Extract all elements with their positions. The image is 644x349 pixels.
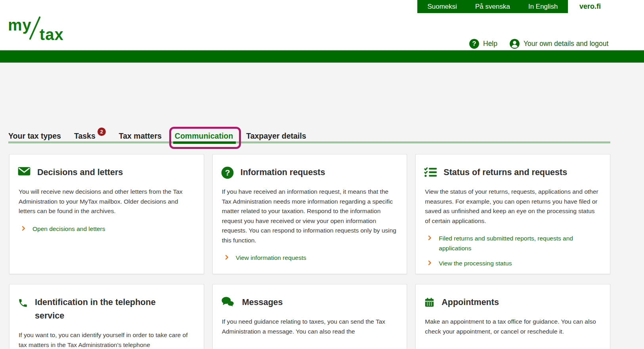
card-header: ? Information requests	[221, 166, 397, 179]
chat-bubbles-icon	[221, 296, 235, 308]
card-header: Messages	[221, 296, 397, 309]
card-title: Information requests	[241, 166, 325, 179]
mytax-logo[interactable]: my tax	[8, 17, 64, 42]
language-link-pa-svenska[interactable]: På svenska	[475, 3, 510, 11]
logo-text-tax: tax	[40, 27, 64, 42]
svg-text:?: ?	[472, 40, 476, 47]
card-title: Status of returns and requests	[443, 166, 567, 179]
card-identification-in-the-telephone-service: Identification in the telephone service …	[9, 284, 204, 349]
card-body-text: If you want to, you can identify yoursel…	[18, 330, 194, 349]
link-open-decisions-and-letters[interactable]: Open decisions and letters	[18, 224, 194, 234]
account-logout-label: Your own details and logout	[524, 40, 608, 48]
card-title: Appointments	[441, 296, 499, 309]
card-decisions-and-letters: Decisions and letters You will receive n…	[9, 154, 204, 274]
card-title: Decisions and letters	[37, 166, 123, 179]
card-title: Identification in the telephone service	[35, 296, 174, 322]
tab-label: Tasks	[74, 131, 96, 141]
card-header: Decisions and letters	[18, 166, 194, 179]
tasks-count-badge: 2	[97, 128, 106, 136]
card-links: Open decisions and letters	[18, 224, 194, 234]
help-label: Help	[483, 40, 497, 48]
tab-label: Taxpayer details	[246, 131, 306, 141]
card-title: Messages	[242, 296, 283, 309]
tab-your-tax-types[interactable]: Your tax types	[8, 131, 61, 141]
chevron-right-icon	[427, 235, 433, 241]
language-link-in-english[interactable]: In English	[528, 3, 558, 11]
help-circle-icon: ?	[469, 38, 480, 49]
link-view-information-requests[interactable]: View information requests	[221, 253, 397, 263]
tab-tasks[interactable]: Tasks 2	[74, 131, 106, 141]
phone-icon	[18, 298, 28, 308]
link-label: Filed returns and submitted reports, req…	[439, 234, 591, 253]
card-information-requests: ? Information requests If you have recei…	[212, 154, 407, 274]
tab-label: Communication	[175, 131, 233, 141]
person-circle-icon	[509, 38, 520, 49]
header: my tax ? Help Your own details and logou…	[0, 13, 644, 50]
tab-taxpayer-details[interactable]: Taxpayer details	[246, 131, 306, 141]
utility-bar: Suomeksi På svenska In English vero.fi	[0, 0, 644, 13]
tab-communication[interactable]: Communication	[175, 131, 233, 141]
card-body-text: Make an appointment to a tax office for …	[424, 317, 600, 336]
card-body-text: If you have received an information requ…	[221, 187, 397, 245]
chevron-right-icon	[224, 254, 230, 260]
link-label: View information requests	[236, 253, 306, 263]
card-appointments: Appointments Make an appointment to a ta…	[415, 284, 610, 349]
card-header: Appointments	[424, 296, 600, 309]
account-logout-button[interactable]: Your own details and logout	[509, 38, 608, 49]
calendar-icon	[424, 297, 435, 308]
language-link-suomeksi[interactable]: Suomeksi	[427, 3, 457, 11]
card-header: Status of returns and requests	[424, 166, 600, 179]
card-links: Filed returns and submitted reports, req…	[424, 234, 600, 269]
card-body-text: If you need guidance relating to taxes, …	[221, 317, 397, 336]
question-circle-icon: ?	[221, 166, 234, 179]
checklist-icon	[424, 166, 437, 178]
card-body-text: You will receive new decisions and other…	[18, 187, 194, 216]
logo-text-my: my	[8, 17, 32, 33]
svg-text:?: ?	[225, 168, 230, 177]
envelope-icon	[18, 166, 31, 176]
card-messages: Messages If you need guidance relating t…	[212, 284, 407, 349]
language-bar: Suomeksi På svenska In English	[417, 0, 568, 13]
tabs-underline	[8, 141, 610, 143]
link-label: View the processing status	[439, 259, 512, 269]
mytax-page: Suomeksi På svenska In English vero.fi m…	[0, 0, 644, 349]
link-view-the-processing-status[interactable]: View the processing status	[424, 259, 600, 269]
card-header: Identification in the telephone service	[18, 296, 194, 322]
tab-bar: Your tax types Tasks 2 Tax matters Commu…	[8, 131, 306, 141]
card-body-text: View the status of your returns, request…	[424, 187, 600, 226]
tab-label: Your tax types	[8, 131, 61, 141]
tab-label: Tax matters	[119, 131, 162, 141]
card-links: View information requests	[221, 253, 397, 263]
active-tab-underline	[173, 141, 236, 144]
green-nav-bar	[0, 50, 644, 63]
tab-tax-matters[interactable]: Tax matters	[119, 131, 162, 141]
vero-fi-link[interactable]: vero.fi	[579, 2, 601, 11]
help-button[interactable]: ? Help	[469, 38, 497, 49]
card-status-of-returns-and-requests: Status of returns and requests View the …	[415, 154, 610, 274]
link-filed-returns-and-submitted-reports[interactable]: Filed returns and submitted reports, req…	[424, 234, 600, 253]
cards-grid: Decisions and letters You will receive n…	[9, 154, 610, 349]
chevron-right-icon	[427, 260, 433, 266]
chevron-right-icon	[21, 225, 27, 231]
link-label: Open decisions and letters	[32, 224, 105, 234]
